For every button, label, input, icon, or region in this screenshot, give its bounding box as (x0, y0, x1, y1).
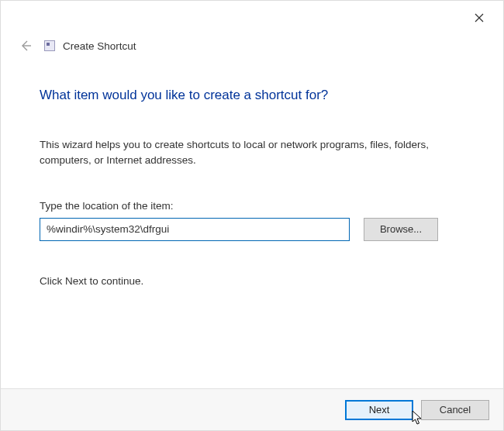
cancel-button[interactable]: Cancel (421, 400, 489, 420)
back-arrow-icon (19, 40, 32, 52)
wizard-header: Create Shortcut (1, 33, 503, 53)
wizard-title: Create Shortcut (63, 40, 136, 52)
location-label: Type the location of the item: (40, 200, 464, 212)
shortcut-wizard-icon (44, 40, 55, 51)
continue-hint: Click Next to continue. (40, 275, 464, 287)
wizard-description: This wizard helps you to create shortcut… (40, 137, 458, 169)
page-headline: What item would you like to create a sho… (40, 88, 464, 103)
location-row: Browse... (40, 218, 464, 241)
wizard-footer: Next Cancel (1, 388, 503, 430)
wizard-content: What item would you like to create a sho… (1, 53, 503, 287)
location-input[interactable] (40, 218, 350, 241)
close-button[interactable] (466, 7, 492, 29)
browse-button[interactable]: Browse... (364, 218, 438, 241)
next-button[interactable]: Next (345, 400, 413, 420)
titlebar (1, 1, 503, 33)
back-button[interactable] (18, 38, 33, 53)
close-icon (475, 13, 484, 22)
